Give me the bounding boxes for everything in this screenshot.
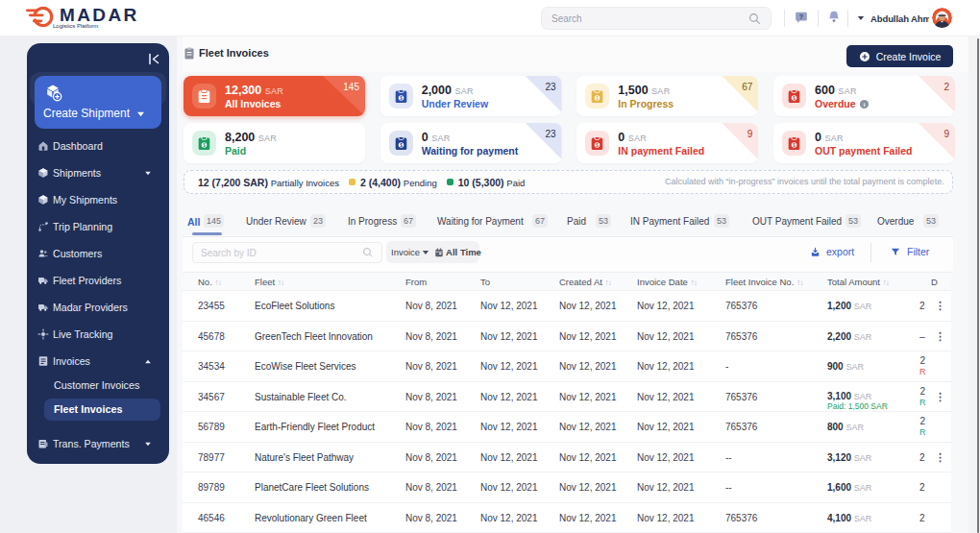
svg-text:$: $: [400, 95, 403, 100]
svg-text:?: ?: [799, 13, 803, 20]
svg-text:$: $: [793, 95, 796, 100]
svg-text:$: $: [597, 95, 600, 100]
svg-text:$: $: [793, 142, 796, 147]
svg-text:$: $: [597, 142, 600, 147]
svg-text:$: $: [203, 142, 206, 147]
svg-text:$: $: [400, 142, 403, 147]
